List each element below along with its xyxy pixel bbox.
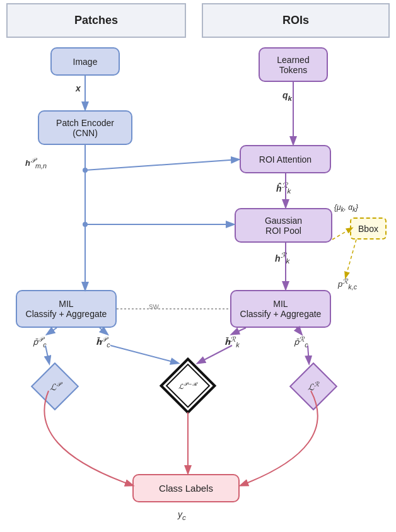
svg-line-13 (100, 328, 107, 334)
svg-line-10 (346, 240, 356, 277)
svg-line-14 (232, 328, 246, 334)
roi-attention-label: ROI Attention (259, 154, 312, 165)
h-mn-label: h𝒫m,n (25, 156, 47, 170)
pkcR-label: pℛk,c (338, 277, 357, 291)
rois-label: ROIs (282, 14, 309, 27)
diagram-container: Patches ROIs Image x Patch Encoder (CNN)… (0, 0, 396, 532)
patch-encoder-label: Patch Encoder (CNN) (56, 118, 114, 138)
mu-alpha-label: {μk, αk} (334, 203, 358, 213)
lr-label: ℒℛ (308, 381, 319, 392)
mil-patches-box: MIL Classify + Aggregate (16, 290, 117, 328)
patches-label: Patches (74, 14, 118, 27)
image-label: Image (73, 57, 98, 67)
yc-label: yc (178, 509, 186, 521)
svg-line-3 (85, 159, 238, 170)
svg-line-12 (47, 328, 57, 334)
arrows-svg (0, 0, 396, 532)
roi-attention-box: ROI Attention (240, 145, 331, 173)
x-label: x (76, 83, 81, 93)
sw-label: sw (149, 301, 159, 311)
svg-point-4 (83, 222, 88, 227)
image-box: Image (50, 47, 120, 76)
diamond-lr: ℒℛ (291, 364, 335, 408)
learned-tokens-label: Learned Tokens (277, 55, 309, 75)
gaussian-roi-pool-label: Gaussian ROI Pool (265, 216, 302, 236)
class-labels-box: Class Labels (132, 474, 240, 502)
lp-label: ℒ𝒫 (50, 381, 61, 392)
class-labels-label: Class Labels (159, 483, 213, 494)
hkR-label: hℛk (275, 251, 289, 265)
svg-point-2 (83, 168, 88, 173)
mil-rois-box: MIL Classify + Aggregate (230, 290, 331, 328)
mil-patches-label: MIL Classify + Aggregate (26, 299, 107, 319)
patch-encoder-box: Patch Encoder (CNN) (38, 110, 132, 145)
h-hat-label: ĥℛk (276, 181, 291, 195)
header-rois: ROIs (202, 3, 390, 38)
learned-tokens-box: Learned Tokens (259, 47, 328, 82)
svg-line-15 (296, 328, 301, 334)
lpr-label: ℒ𝒫↔ℛ (178, 381, 197, 391)
svg-line-9 (332, 228, 352, 240)
mil-rois-label: MIL Classify + Aggregate (240, 299, 322, 319)
h-bar-cP-label: h̄𝒫c (96, 335, 110, 349)
header-patches: Patches (6, 3, 186, 38)
qk-label: qk (282, 90, 292, 102)
h-bar-kR-label: h̄ℛk (224, 335, 240, 349)
bbox-box: Bbox (350, 217, 387, 240)
diamond-lpr: ℒ𝒫↔ℛ (163, 361, 213, 411)
diamond-lp: ℒ𝒫 (33, 364, 77, 408)
bbox-label: Bbox (358, 224, 378, 234)
p-bar-cP-label: p̄𝒫c (33, 335, 47, 349)
gaussian-roi-pool-box: Gaussian ROI Pool (235, 208, 332, 243)
p-bar-cR-label: p̄ℛc (294, 335, 308, 349)
